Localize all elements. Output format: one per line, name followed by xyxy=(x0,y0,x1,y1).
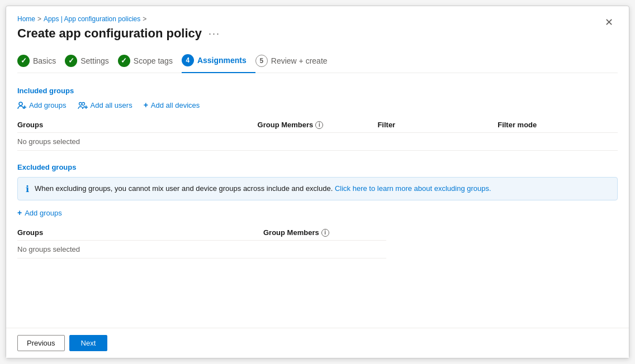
step-label-basics: Basics xyxy=(33,56,56,65)
svg-point-0 xyxy=(19,102,22,106)
step-assignments[interactable]: 4 Assignments xyxy=(182,50,255,73)
col-filter-mode: Filter mode xyxy=(497,121,618,129)
included-table-empty-row: No groups selected xyxy=(17,133,618,151)
step-scope-tags[interactable]: ✓ Scope tags xyxy=(118,50,182,73)
excluded-groups-table: Groups Group Members i No groups selecte… xyxy=(17,225,618,258)
group-members-info-icon[interactable]: i xyxy=(315,121,323,129)
excluded-table-header: Groups Group Members i xyxy=(17,225,386,241)
window-header: Home > Apps | App configuration policies… xyxy=(6,6,629,41)
step-checkmark-scope-tags: ✓ xyxy=(121,56,127,65)
add-all-users-button[interactable]: Add all users xyxy=(78,100,132,109)
footer: Previous Next xyxy=(6,328,629,358)
previous-button[interactable]: Previous xyxy=(17,335,65,351)
included-groups-actions: Add groups Add all users xyxy=(17,100,618,109)
step-circle-review: 5 xyxy=(255,55,268,67)
breadcrumb-sep1: > xyxy=(37,15,41,23)
add-all-users-label: Add all users xyxy=(91,101,132,109)
breadcrumb-home[interactable]: Home xyxy=(17,15,35,23)
steps-nav: ✓ Basics ✓ Settings ✓ Scope tags 4 xyxy=(17,50,618,73)
excl-col-group-members: Group Members i xyxy=(263,228,386,237)
step-checkmark-settings: ✓ xyxy=(68,56,74,65)
excluded-add-groups-button[interactable]: + Add groups xyxy=(17,208,62,217)
included-table-header: Groups Group Members i Filter Filter mod… xyxy=(17,117,618,133)
step-label-assignments: Assignments xyxy=(197,56,247,65)
step-circle-assignments: 4 xyxy=(182,54,194,66)
next-button[interactable]: Next xyxy=(69,335,108,351)
close-button[interactable]: ✕ xyxy=(600,15,618,30)
excl-group-members-info-icon[interactable]: i xyxy=(321,229,329,237)
svg-point-4 xyxy=(82,102,84,105)
step-settings[interactable]: ✓ Settings xyxy=(65,50,118,73)
create-policy-window: Home > Apps | App configuration policies… xyxy=(6,6,629,358)
step-circle-scope-tags: ✓ xyxy=(118,55,130,67)
excluded-groups-title: Excluded groups xyxy=(17,163,618,171)
add-all-devices-label: Add all devices xyxy=(151,101,200,109)
step-num-assignments: 4 xyxy=(186,56,190,64)
no-groups-message: No groups selected xyxy=(17,137,258,146)
step-circle-basics: ✓ xyxy=(17,55,30,67)
add-groups-label: Add groups xyxy=(29,101,67,109)
included-groups-section: Included groups Add groups xyxy=(17,87,618,154)
main-content: ✓ Basics ✓ Settings ✓ Scope tags 4 xyxy=(6,41,629,328)
step-basics[interactable]: ✓ Basics xyxy=(17,50,65,73)
included-groups-table: Groups Group Members i Filter Filter mod… xyxy=(17,117,618,151)
page-title: Create app configuration policy xyxy=(17,26,202,41)
excluded-groups-banner: ℹ When excluding groups, you cannot mix … xyxy=(17,177,618,200)
step-label-review: Review + create xyxy=(271,56,328,65)
excluded-table-empty-row: No groups selected xyxy=(17,241,386,258)
add-groups-icon xyxy=(17,100,26,109)
add-groups-button[interactable]: Add groups xyxy=(17,100,67,109)
breadcrumb-apps[interactable]: Apps | App configuration policies xyxy=(44,15,140,23)
banner-link[interactable]: Click here to learn more about excluding… xyxy=(335,184,491,193)
col-groups: Groups xyxy=(17,121,258,129)
step-checkmark-basics: ✓ xyxy=(21,56,27,65)
step-label-scope-tags: Scope tags xyxy=(134,56,173,65)
svg-point-3 xyxy=(79,102,82,105)
col-group-members: Group Members i xyxy=(258,121,378,129)
step-review-create[interactable]: 5 Review + create xyxy=(255,50,337,73)
banner-info-icon: ℹ xyxy=(26,184,29,194)
title-row: Create app configuration policy ··· xyxy=(17,26,222,41)
excluded-groups-actions: + Add groups xyxy=(17,208,618,217)
breadcrumb-sep2: > xyxy=(143,15,146,23)
ellipsis-button[interactable]: ··· xyxy=(206,27,222,41)
header-left: Home > Apps | App configuration policies… xyxy=(17,15,222,41)
excluded-add-groups-label: Add groups xyxy=(25,209,62,217)
excluded-add-groups-icon: + xyxy=(17,208,22,217)
add-all-devices-button[interactable]: + Add all devices xyxy=(144,100,200,109)
step-circle-settings: ✓ xyxy=(65,55,77,67)
add-all-devices-icon: + xyxy=(144,100,148,109)
col-filter: Filter xyxy=(377,121,497,129)
excl-no-groups-message: No groups selected xyxy=(17,245,263,253)
breadcrumb: Home > Apps | App configuration policies… xyxy=(17,15,222,23)
banner-text: When excluding groups, you cannot mix us… xyxy=(35,183,491,194)
included-groups-title: Included groups xyxy=(17,87,618,95)
step-label-settings: Settings xyxy=(80,56,109,65)
step-num-review: 5 xyxy=(259,57,263,65)
excl-col-groups: Groups xyxy=(17,228,263,237)
add-all-users-icon xyxy=(78,100,88,109)
excluded-groups-section: Excluded groups ℹ When excluding groups,… xyxy=(17,163,618,262)
